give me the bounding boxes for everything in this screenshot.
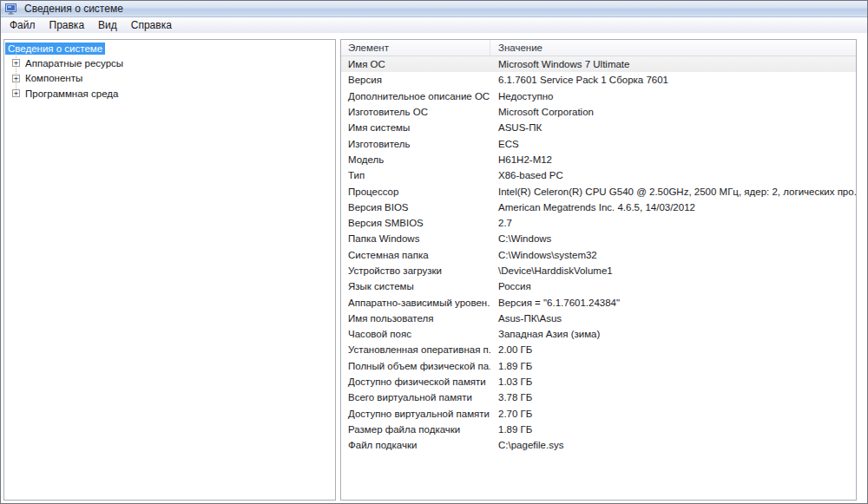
element-cell: Часовой пояс <box>341 326 490 342</box>
expand-plus-icon[interactable]: + <box>12 75 20 82</box>
element-cell: Аппаратно-зависимый уровен... <box>341 294 490 310</box>
element-cell: Изготовитель <box>341 135 490 151</box>
table-row[interactable]: Файл подкачки C:\pagefile.sys <box>341 437 856 453</box>
table-row[interactable]: Версия 6.1.7601 Service Pack 1 Сборка 76… <box>341 72 856 88</box>
value-cell: C:\Windows\system32 <box>490 247 856 263</box>
content-area: Сведения о системе + Аппаратные ресурсы … <box>1 33 867 503</box>
table-row[interactable]: Системная папка C:\Windows\system32 <box>341 247 856 263</box>
value-cell: American Megatrends Inc. 4.6.5, 14/03/20… <box>490 200 856 215</box>
menu-edit[interactable]: Правка <box>43 18 92 32</box>
value-cell: ECS <box>490 135 856 151</box>
tree-item-label: Аппаратные ресурсы <box>25 58 123 69</box>
element-cell: Изготовитель ОС <box>341 104 490 120</box>
table-row[interactable]: Устройство загрузки \Device\HarddiskVolu… <box>341 263 856 278</box>
table-row[interactable]: Язык системы Россия <box>341 278 856 294</box>
table-row[interactable]: Имя пользователя Asus-ПК\Asus <box>341 311 856 326</box>
table-row[interactable]: Процессор Intel(R) Celeron(R) CPU G540 @… <box>341 183 856 199</box>
table-row[interactable]: Размер файла подкачки 1.89 ГБ <box>341 422 856 437</box>
element-cell: Установленная оперативная п... <box>341 342 490 357</box>
column-header-value[interactable]: Значение <box>490 40 856 56</box>
table-row[interactable]: Папка Windows C:\Windows <box>341 231 856 246</box>
element-cell: Файл подкачки <box>341 437 490 453</box>
table-row[interactable]: Изготовитель ОС Microsoft Corporation <box>341 104 856 120</box>
tree-item-label: Программная среда <box>25 88 118 99</box>
element-cell: Дополнительное описание ОС <box>341 88 490 104</box>
element-cell: Язык системы <box>341 278 490 294</box>
value-cell: Asus-ПК\Asus <box>490 311 856 326</box>
element-cell: Доступно виртуальной памяти <box>341 406 490 422</box>
table-row[interactable]: Полный объем физической па... 1.89 ГБ <box>341 358 856 374</box>
value-cell: Microsoft Corporation <box>490 104 856 120</box>
element-cell: Версия SMBIOS <box>341 215 490 231</box>
element-cell: Системная папка <box>341 247 490 263</box>
element-cell: Версия <box>341 72 490 88</box>
value-cell: X86-based PC <box>490 167 856 183</box>
table-row[interactable]: Дополнительное описание ОС Недоступно <box>341 88 856 104</box>
table-row[interactable]: Версия BIOS American Megatrends Inc. 4.6… <box>341 200 856 215</box>
element-cell: Доступно физической памяти <box>341 374 490 389</box>
value-cell: H61H2-M12 <box>490 152 856 167</box>
table-row[interactable]: Тип X86-based PC <box>341 167 856 183</box>
menu-help[interactable]: Справка <box>124 18 179 32</box>
element-cell: Модель <box>341 152 490 167</box>
element-cell: Устройство загрузки <box>341 263 490 278</box>
system-info-icon[interactable] <box>4 3 18 15</box>
element-cell: Полный объем физической па... <box>341 358 490 374</box>
tree-item-components[interactable]: + Компоненты <box>4 71 335 87</box>
value-cell: Microsoft Windows 7 Ultimate <box>490 56 856 72</box>
value-cell: Intel(R) Celeron(R) CPU G540 @ 2.50GHz, … <box>490 183 856 199</box>
element-cell: Процессор <box>341 183 490 199</box>
table-row[interactable]: Имя ОС Microsoft Windows 7 Ultimate <box>341 56 856 72</box>
element-cell: Всего виртуальной памяти <box>341 389 490 405</box>
details-list: Элемент Значение Имя ОС Microsoft Window… <box>340 39 857 501</box>
value-cell: 2.70 ГБ <box>490 406 856 422</box>
element-cell: Имя пользователя <box>341 311 490 326</box>
element-cell: Имя ОС <box>341 56 490 72</box>
value-cell: Западная Азия (зима) <box>490 326 856 342</box>
list-header: Элемент Значение <box>341 40 856 56</box>
menubar: ФайлПравкаВидСправка <box>1 17 867 34</box>
table-row[interactable]: Доступно виртуальной памяти 2.70 ГБ <box>341 406 856 422</box>
value-cell: 6.1.7601 Service Pack 1 Сборка 7601 <box>490 72 856 88</box>
value-cell: 1.03 ГБ <box>490 374 856 389</box>
menu-view[interactable]: Вид <box>91 18 124 32</box>
tree-item-system-info[interactable]: Сведения о системе <box>5 41 335 56</box>
tree-item-label: Сведения о системе <box>5 43 105 55</box>
table-row[interactable]: Всего виртуальной памяти 3.78 ГБ <box>341 389 856 405</box>
menu-file[interactable]: Файл <box>3 18 43 32</box>
table-row[interactable]: Аппаратно-зависимый уровен... Версия = "… <box>341 294 856 310</box>
table-row[interactable]: Установленная оперативная п... 2.00 ГБ <box>341 342 856 357</box>
tree-item-hardware-resources[interactable]: + Аппаратные ресурсы <box>4 56 335 71</box>
element-cell: Имя системы <box>341 120 490 135</box>
value-cell: 2.00 ГБ <box>490 342 856 357</box>
value-cell: 2.7 <box>490 215 856 231</box>
value-cell: C:\Windows <box>490 231 856 246</box>
table-row[interactable]: Часовой пояс Западная Азия (зима) <box>341 326 856 342</box>
expand-plus-icon[interactable]: + <box>12 89 20 97</box>
navigation-tree: Сведения о системе + Аппаратные ресурсы … <box>3 39 336 501</box>
expand-plus-icon[interactable]: + <box>12 59 20 67</box>
window-title: Сведения о системе <box>24 3 123 15</box>
value-cell: 3.78 ГБ <box>490 389 856 405</box>
system-info-window: Сведения о системе ФайлПравкаВидСправка … <box>0 0 868 504</box>
value-cell: C:\pagefile.sys <box>490 437 856 453</box>
column-header-element[interactable]: Элемент <box>341 40 490 56</box>
tree-item-software-environment[interactable]: + Программная среда <box>4 86 335 101</box>
value-cell: \Device\HarddiskVolume1 <box>490 263 856 278</box>
element-cell: Размер файла подкачки <box>341 422 490 437</box>
element-cell: Тип <box>341 167 490 183</box>
value-cell: Версия = "6.1.7601.24384" <box>490 294 856 310</box>
tree-item-label: Компоненты <box>25 73 82 83</box>
table-row[interactable]: Модель H61H2-M12 <box>341 152 856 167</box>
element-cell: Папка Windows <box>341 231 490 246</box>
value-cell: Недоступно <box>490 88 856 104</box>
value-cell: 1.89 ГБ <box>490 358 856 374</box>
table-row[interactable]: Имя системы ASUS-ПК <box>341 120 856 135</box>
table-row[interactable]: Доступно физической памяти 1.03 ГБ <box>341 374 856 389</box>
titlebar[interactable]: Сведения о системе <box>1 1 867 17</box>
table-row[interactable]: Изготовитель ECS <box>341 135 856 151</box>
table-row[interactable]: Версия SMBIOS 2.7 <box>341 215 856 231</box>
value-cell: 1.89 ГБ <box>490 422 856 437</box>
element-cell: Версия BIOS <box>341 200 490 215</box>
value-cell: ASUS-ПК <box>490 120 856 135</box>
